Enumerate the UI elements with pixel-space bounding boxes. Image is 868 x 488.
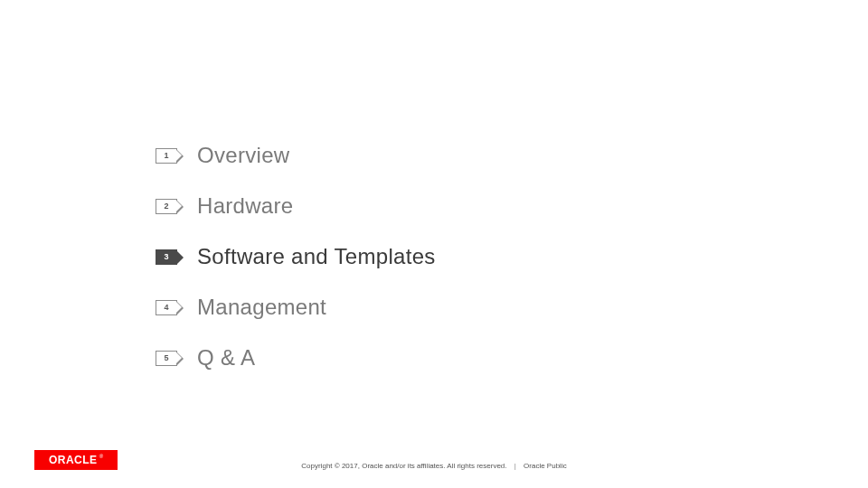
agenda-label: Management: [197, 295, 326, 320]
copyright-text: Copyright © 2017, Oracle and/or its affi…: [301, 462, 506, 470]
footer: Copyright © 2017, Oracle and/or its affi…: [0, 462, 868, 470]
agenda-row: 5 Q & A: [156, 345, 436, 371]
agenda-number-tag: 5: [156, 351, 177, 366]
agenda-number-tag: 4: [156, 300, 177, 315]
agenda-number-tag: 1: [156, 148, 177, 164]
agenda-label: Hardware: [197, 193, 293, 219]
classification-text: Oracle Public: [524, 462, 567, 470]
registered-mark: ®: [99, 454, 103, 459]
agenda-row: 1 Overview: [156, 143, 436, 168]
footer-separator: |: [514, 462, 516, 470]
slide: 1 Overview 2 Hardware 3 Software and Tem…: [0, 0, 868, 488]
agenda-list: 1 Overview 2 Hardware 3 Software and Tem…: [156, 143, 436, 396]
agenda-label: Overview: [197, 143, 289, 168]
agenda-row: 2 Hardware: [156, 193, 436, 219]
agenda-row: 4 Management: [156, 295, 436, 320]
agenda-label-active: Software and Templates: [197, 244, 436, 269]
agenda-number-tag: 2: [156, 199, 177, 214]
agenda-label: Q & A: [197, 345, 255, 371]
agenda-row-active: 3 Software and Templates: [156, 244, 436, 269]
agenda-number-tag-active: 3: [156, 249, 177, 265]
